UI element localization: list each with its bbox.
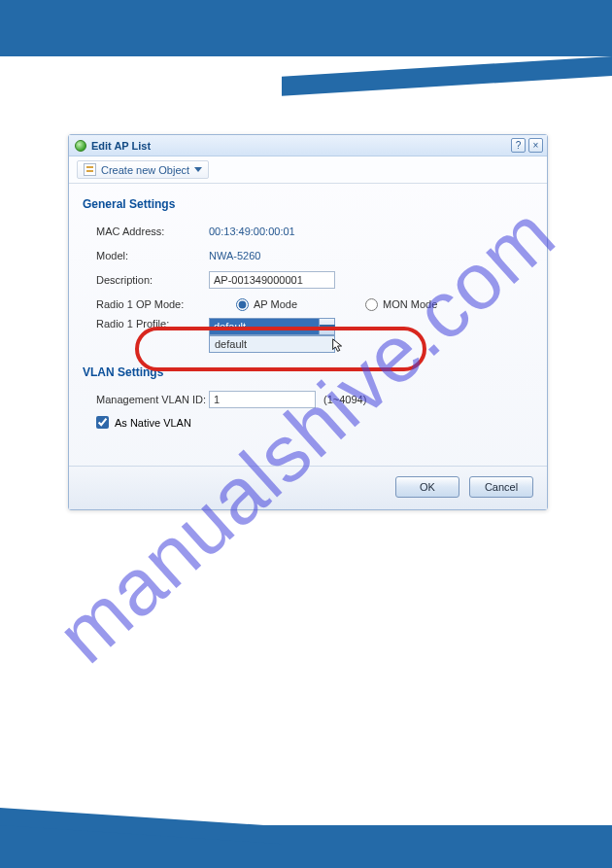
page-header-band — [0, 0, 612, 56]
ap-mode-radio[interactable]: AP Mode — [236, 298, 297, 311]
dialog-toolbar: Create new Object — [69, 156, 547, 184]
close-button[interactable]: × — [528, 138, 543, 153]
model-label: Model: — [83, 250, 209, 261]
edit-ap-list-dialog: Edit AP List ? × Create new Object Gener… — [68, 134, 548, 510]
description-label: Description: — [83, 274, 209, 286]
vlan-settings-header: VLAN Settings — [83, 360, 533, 386]
mon-mode-radio[interactable]: MON Mode — [365, 298, 437, 311]
chevron-down-icon — [194, 167, 202, 172]
help-button[interactable]: ? — [511, 138, 526, 153]
edit-icon — [75, 140, 86, 152]
dialog-titlebar: Edit AP List ? × — [69, 135, 547, 156]
profile-row: Radio 1 Profile: default default — [83, 318, 533, 339]
chevron-down-icon — [320, 325, 335, 330]
opmode-label: Radio 1 OP Mode: — [83, 298, 209, 310]
mac-value: 00:13:49:00:00:01 — [209, 226, 295, 237]
vlan-id-input[interactable] — [209, 391, 316, 408]
create-object-label: Create new Object — [101, 164, 189, 176]
dialog-footer: OK Cancel — [69, 466, 547, 509]
model-row: Model: NWA-5260 — [83, 245, 533, 266]
ap-mode-label: AP Mode — [254, 298, 297, 310]
mac-row: MAC Address: 00:13:49:00:00:01 — [83, 221, 533, 242]
object-icon — [84, 163, 96, 176]
native-vlan-checkbox[interactable] — [96, 416, 109, 429]
page-footer-band — [0, 825, 612, 868]
profile-option-default[interactable]: default — [210, 336, 334, 352]
native-vlan-label: As Native VLAN — [115, 417, 191, 429]
ok-button[interactable]: OK — [395, 476, 459, 498]
vlan-id-label: Management VLAN ID: — [83, 394, 209, 405]
profile-selected-value: default — [210, 321, 319, 332]
opmode-row: Radio 1 OP Mode: AP Mode MON Mode — [83, 294, 533, 315]
vlan-range-hint: (1~4094) — [323, 394, 366, 405]
general-settings-header: General Settings — [83, 191, 533, 218]
mac-label: MAC Address: — [83, 226, 209, 237]
description-input[interactable] — [209, 271, 335, 289]
ap-mode-radio-input[interactable] — [236, 298, 249, 311]
dialog-title: Edit AP List — [91, 140, 151, 152]
combo-toggle-button[interactable] — [319, 319, 334, 334]
radio1-profile-select[interactable]: default — [209, 318, 335, 335]
native-vlan-row: As Native VLAN — [83, 416, 533, 429]
vlan-id-row: Management VLAN ID: (1~4094) — [83, 389, 533, 410]
mon-mode-radio-input[interactable] — [365, 298, 378, 311]
profile-label: Radio 1 Profile: — [83, 318, 209, 330]
cancel-button[interactable]: Cancel — [469, 476, 533, 498]
profile-dropdown-list: default — [209, 335, 335, 353]
create-object-dropdown[interactable]: Create new Object — [77, 160, 209, 179]
model-value: NWA-5260 — [209, 250, 260, 261]
description-row: Description: — [83, 269, 533, 291]
mon-mode-label: MON Mode — [383, 298, 437, 310]
